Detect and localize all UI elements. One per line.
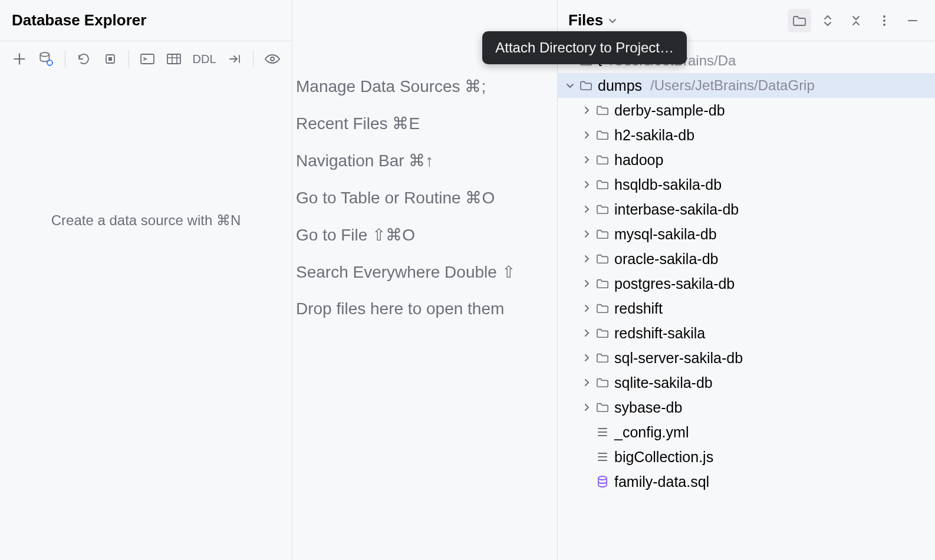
tree-expand-toggle[interactable] (579, 180, 594, 189)
tree-expand-toggle[interactable] (579, 254, 594, 263)
database-explorer-header: Database Explorer (0, 0, 292, 41)
table-icon (166, 52, 182, 65)
tree-expand-toggle[interactable] (579, 130, 594, 140)
file-icon (597, 426, 608, 439)
folder-icon-wrapper (594, 154, 611, 166)
tree-row[interactable]: bigCollection.js (558, 444, 935, 469)
table-button[interactable] (165, 50, 183, 68)
tree-item-label: oracle-sakila-db (614, 251, 718, 268)
svg-point-0 (40, 52, 49, 57)
tree-row[interactable]: interbase-sakila-db (558, 197, 935, 222)
chevron-right-icon (582, 229, 591, 239)
datasource-properties-button[interactable] (37, 50, 55, 68)
more-button[interactable] (873, 9, 896, 32)
tree-row[interactable]: mysql-sakila-db (558, 222, 935, 246)
folder-icon (580, 80, 592, 91)
tree-row[interactable]: derby-sample-db (558, 98, 935, 123)
files-panel-title: Files (568, 11, 603, 29)
folder-icon (596, 228, 609, 240)
folder-icon (596, 302, 609, 314)
database-explorer-panel: Database Explorer (0, 0, 292, 560)
tree-row[interactable]: redshift (558, 296, 935, 321)
tree-row[interactable]: postgres-sakila-db (558, 271, 935, 296)
editor-placeholder-panel[interactable]: Manage Data Sources ⌘;Recent Files ⌘ENav… (292, 0, 558, 560)
expand-all-button[interactable] (816, 9, 839, 32)
file-icon-wrapper (594, 426, 611, 439)
tree-item-label: sybase-db (614, 399, 682, 416)
tree-row[interactable]: dumps/Users/JetBrains/DataGrip (558, 73, 935, 98)
files-panel-title-dropdown[interactable]: Files (568, 11, 617, 29)
folder-icon-wrapper (594, 352, 611, 364)
folder-icon (596, 104, 609, 116)
refresh-button[interactable] (75, 50, 93, 68)
svg-point-7 (883, 15, 885, 18)
tree-item-label: redshift-sakila (614, 325, 705, 342)
files-tree[interactable]: t/Users/JetBrains/Dadumps/Users/JetBrain… (558, 41, 935, 560)
tree-expand-toggle (579, 427, 594, 437)
view-options-button[interactable] (263, 50, 281, 68)
new-button[interactable] (11, 50, 29, 68)
tree-row[interactable]: _config.yml (558, 420, 935, 444)
refresh-icon (77, 52, 91, 66)
tree-expand-toggle[interactable] (579, 205, 594, 214)
tree-item-label: _config.yml (614, 424, 689, 441)
database-gear-icon (38, 51, 54, 67)
tree-row[interactable]: hsqldb-sakila-db (558, 172, 935, 197)
ddl-button[interactable]: DDL (192, 52, 218, 66)
tree-expand-toggle[interactable] (579, 403, 594, 412)
editor-hint-item: Navigation Bar ⌘↑ (296, 151, 557, 170)
editor-hint-item: Drop files here to open them (296, 299, 557, 318)
tree-expand-toggle[interactable] (579, 304, 594, 313)
tree-expand-toggle[interactable] (579, 378, 594, 387)
svg-point-9 (883, 24, 885, 26)
import-arrow-icon (227, 52, 242, 65)
tree-row[interactable]: hadoop (558, 147, 935, 172)
collapse-icon (850, 14, 862, 27)
tree-row[interactable]: sybase-db (558, 395, 935, 420)
svg-point-1 (47, 60, 52, 65)
tree-expand-toggle[interactable] (579, 229, 594, 239)
tree-row[interactable]: sql-server-sakila-db (558, 345, 935, 370)
tree-expand-toggle[interactable] (579, 353, 594, 363)
folder-icon (596, 203, 609, 215)
tree-row[interactable]: family-data.sql (558, 469, 935, 494)
chevron-right-icon (582, 328, 591, 338)
chevron-right-icon (582, 353, 591, 363)
chevron-right-icon (582, 205, 591, 214)
chevron-right-icon (582, 403, 591, 412)
tree-item-label: hadoop (614, 151, 663, 169)
console-icon (140, 52, 155, 65)
folder-icon-wrapper (594, 302, 611, 314)
empty-state-hint: Create a data source with ⌘N (51, 212, 241, 229)
import-button[interactable] (226, 50, 244, 68)
tree-row[interactable]: oracle-sakila-db (558, 246, 935, 271)
tree-expand-toggle[interactable] (579, 155, 594, 164)
tree-expand-toggle[interactable] (579, 328, 594, 338)
stop-button[interactable] (101, 50, 119, 68)
chevron-right-icon (582, 254, 591, 263)
tree-row[interactable]: sqlite-sakila-db (558, 370, 935, 395)
folder-icon (596, 253, 609, 265)
plus-icon (12, 51, 27, 67)
tree-row[interactable]: h2-sakila-db (558, 123, 935, 147)
tree-expand-toggle[interactable] (579, 279, 594, 288)
tree-expand-toggle (579, 477, 594, 486)
folder-icon-wrapper (594, 377, 611, 388)
attach-directory-button[interactable] (788, 9, 811, 32)
minimize-button[interactable] (901, 9, 924, 32)
folder-icon-wrapper (594, 179, 611, 190)
console-button[interactable] (139, 50, 157, 68)
tree-expand-toggle[interactable] (562, 81, 578, 90)
tree-item-label: bigCollection.js (614, 449, 713, 466)
attach-directory-tooltip: Attach Directory to Project… (482, 31, 687, 64)
tree-item-label: h2-sakila-db (614, 127, 694, 144)
editor-hint-item: Manage Data Sources ⌘; (296, 77, 557, 96)
expand-icon (822, 14, 834, 27)
tree-item-label: derby-sample-db (614, 102, 725, 119)
files-panel: Files t/Users/JetBrains/Dadumps/Users/Je… (558, 0, 935, 560)
file-icon-wrapper (594, 450, 611, 463)
collapse-all-button[interactable] (844, 9, 868, 32)
tree-row[interactable]: redshift-sakila (558, 321, 935, 345)
minimize-icon (907, 15, 918, 27)
tree-expand-toggle[interactable] (579, 106, 594, 115)
